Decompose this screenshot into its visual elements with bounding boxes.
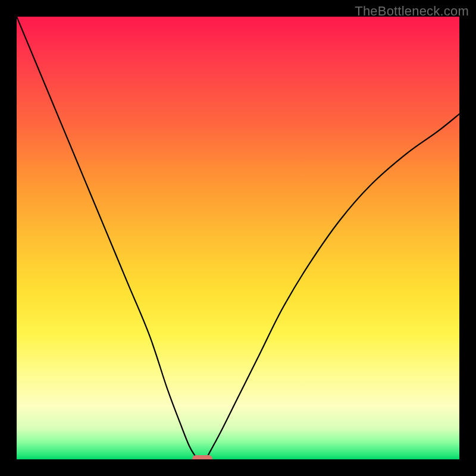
curve-svg: [17, 17, 459, 459]
bottleneck-curve-right: [207, 114, 459, 458]
watermark-text: TheBottleneck.com: [355, 4, 469, 19]
bottleneck-curve-left: [17, 17, 196, 457]
optimal-point-marker: [192, 455, 212, 460]
chart-area: [17, 17, 459, 459]
